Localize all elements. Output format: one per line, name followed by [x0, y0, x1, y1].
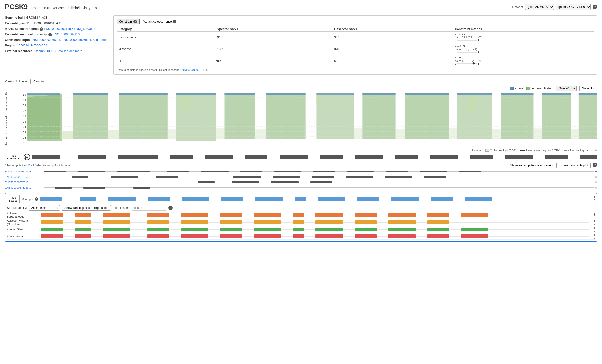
tissue-bar-3-2 — [75, 228, 91, 231]
transcript-track-4 — [44, 186, 594, 189]
pext-block-8 — [295, 197, 306, 201]
dataset-help-icon[interactable]: ? — [593, 5, 597, 9]
canonical-help-icon[interactable]: ? — [48, 33, 52, 36]
other-transcripts-more[interactable]: and 3 more — [93, 38, 108, 42]
transcript-id-2[interactable]: ENST00000673903.1 — [5, 175, 44, 178]
mean-pext-help-icon[interactable]: ? — [35, 197, 38, 201]
constraint-transcript-link[interactable]: ENST00000302118.5 — [180, 68, 206, 71]
exon-block-15 — [580, 155, 597, 159]
tissue-bar-2-7 — [254, 220, 281, 224]
constraint-help-icon[interactable]: ? — [133, 20, 137, 23]
transcript-line-4 — [44, 188, 594, 188]
tissue-bar-4-11 — [388, 234, 416, 238]
noncoding-legend-item: Non-coding transcripts — [564, 149, 597, 152]
expected-missense: 918.7 — [214, 43, 332, 55]
show-tissue-expression-button[interactable]: Show transcript tissue expression — [62, 205, 111, 211]
tissue-name-adipose-visc: Adipose - Visceral(Omentum) — [7, 219, 41, 226]
cooccurrence-help-icon[interactable]: ? — [173, 20, 176, 23]
exon-block-6 — [245, 155, 268, 159]
observed-synonymous: 387 — [332, 32, 453, 43]
mane-link[interactable]: MANE — [26, 164, 34, 167]
tissue-bar-3-9 — [315, 228, 343, 231]
tissue-bar-3-7 — [254, 228, 281, 231]
mean-pext-label: Mean pext ? — [22, 197, 38, 201]
category-missense: Missense — [117, 43, 214, 55]
svg-rect-0 — [27, 94, 60, 139]
tick-0.6: 0.6 — [23, 115, 26, 118]
hide-tissues-button[interactable]: Hidetissues — [7, 195, 20, 203]
tissue-scale-1: 10 — [589, 212, 595, 218]
gnomad-version-select[interactable]: gnomAD v4.1.0 — [525, 4, 554, 10]
mane-help-icon[interactable]: ? — [40, 27, 43, 31]
tissue-bar-2-12 — [427, 220, 449, 224]
tissue-bar-2-5 — [181, 220, 208, 224]
tissue-bar-2-8 — [293, 220, 304, 224]
exon-block-13 — [505, 155, 533, 159]
gene-info-panel: Genome build GRCh38 / hg38 Ensembl gene … — [5, 15, 108, 75]
transcript-list: ENST00000302118.5* ENST00000673903.1 — [5, 169, 597, 190]
tissue-bar-4-6 — [220, 234, 242, 238]
ensembl-link[interactable]: Ensembl — [33, 49, 45, 53]
exome-legend-box — [510, 87, 514, 90]
save-transcripts-plot-button[interactable]: Save transcripts plot — [559, 163, 591, 168]
tick-0.2: 0.2 — [23, 136, 26, 139]
transcript-id-3[interactable]: ENST00000673913.1 — [5, 181, 44, 184]
ensembl-gene-label: Ensembl gene ID — [5, 22, 30, 25]
other-transcripts-link[interactable]: ENST00000673662.1 — [31, 38, 60, 42]
filter-label: Filter tissues: — [113, 206, 130, 210]
transcript-row-3: ENST00000673913.1 — [5, 180, 597, 185]
sort-controls: Sort tissues by: Alphabetical Mean expre… — [7, 204, 595, 212]
pext-block-1 — [40, 197, 62, 201]
mane-transcript-link[interactable]: ENST00000302118.5 / NM_174936.4 — [44, 27, 95, 31]
transcript-row-1: ENST00000302118.5* — [5, 169, 597, 174]
tissue-filter-help-icon[interactable]: ? — [168, 206, 173, 210]
constraint-tab[interactable]: Constraint ? — [117, 19, 140, 24]
tick-0.1: 0.1 — [23, 142, 26, 145]
tissue-bar-4-10 — [355, 234, 377, 238]
ucsc-link[interactable]: UCSC Browser — [47, 49, 68, 53]
svg-rect-30 — [533, 128, 542, 139]
metric-select[interactable]: Over 20 Over 1 Over 5 Over 10 Over 30 Ov… — [556, 86, 577, 91]
exon-block-4 — [170, 155, 193, 159]
region-link[interactable]: 1:55039447-55064852 — [16, 44, 47, 47]
exon-block-1 — [32, 155, 60, 159]
tissue-bar-2-1 — [41, 220, 63, 224]
variant-cooccurrence-tab[interactable]: Variant co-occurrence ? — [141, 19, 179, 24]
more-link[interactable]: and more — [69, 49, 82, 53]
constraint-panel: Constraint ? Variant co-occurrence ? Cat… — [113, 15, 597, 75]
tissue-name-adrenal: Adrenal Gland — [7, 228, 41, 231]
transcript-id-4[interactable]: ENST00000673726.1 — [5, 186, 44, 189]
include-bar: Include: Coding regions (CDS) Untranslat… — [0, 148, 602, 153]
tick-0.8: 0.8 — [23, 104, 26, 107]
metrics-synonymous: Z = 0.13 o/e = 0.99 (0.91 - 1.07) 0 1 — [453, 32, 594, 43]
t-exon-4-2 — [83, 187, 105, 189]
other-transcripts-link2[interactable]: ENST00000490692.1 — [62, 38, 91, 42]
save-plot-button[interactable]: Save plot — [579, 86, 597, 91]
mane-controls-row: * Transcript is the MANE Select transcri… — [5, 162, 597, 169]
gene-title: PCSK9 proprotein convertase subtilisin/k… — [5, 3, 97, 11]
metrics-missense: Z = 0.59 o/e = 0.95 (0.9 - 1) 0 1 — [453, 43, 594, 55]
transcript-id-1[interactable]: ENST00000302118.5* — [5, 170, 44, 173]
sort-tissues-select[interactable]: Alphabetical Mean expression Tissue name — [29, 205, 60, 211]
transcript-dot-1 — [595, 171, 597, 172]
show-transcript-expression-button[interactable]: Show transcript tissue expression — [508, 163, 557, 168]
svg-rect-35 — [579, 93, 597, 95]
mean-pext-track — [40, 196, 591, 203]
gnomad-svs-select[interactable]: gnomAD SVs v4.1.0 — [556, 4, 591, 10]
tissue-bar-1-11 — [388, 213, 416, 217]
hide-transcripts-button[interactable]: Hidetranscripts — [5, 153, 22, 161]
coverage-plot — [27, 92, 597, 141]
tissue-bar-1-10 — [355, 213, 377, 217]
y-axis-label-container: Fraction of individuals with coverage ov… — [5, 92, 18, 146]
t-exon-3-2 — [232, 181, 259, 183]
svg-rect-9 — [176, 93, 216, 95]
filter-tissues-input[interactable] — [132, 205, 166, 211]
tissue-bar-3-6 — [220, 228, 242, 231]
gene-description: proprotein convertase subtilisin/kexin t… — [31, 6, 97, 10]
zoom-in-button[interactable]: Zoom in — [30, 79, 46, 84]
transcripts-help-icon[interactable]: ? — [593, 163, 597, 167]
canonical-label: Ensembl canonical transcript — [5, 33, 48, 36]
noncoding-legend-line — [564, 150, 569, 151]
canonical-transcript-link[interactable]: ENST00000302118.5 — [53, 33, 82, 36]
transcript-row-4: ENST00000673726.1 — [5, 185, 597, 190]
